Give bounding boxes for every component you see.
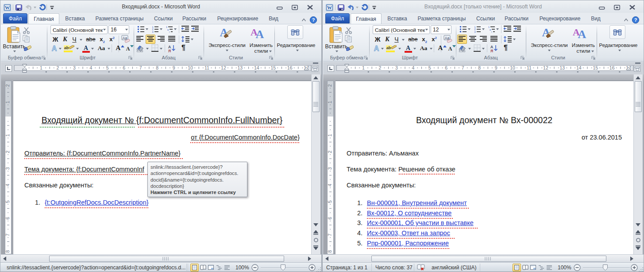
svg-text:6: 6 [123,65,125,70]
svg-text:16: 16 [287,65,293,70]
svg-text:7: 7 [139,65,142,70]
svg-text:2: 2 [5,151,10,153]
svg-text:3: 3 [73,65,76,70]
svg-text:12: 12 [543,65,548,70]
svg-text:A: A [256,28,264,40]
svg-text:8: 8 [327,250,332,253]
svg-text:1: 1 [327,101,332,103]
svg-text:15: 15 [270,65,276,70]
svg-text:A: A [52,45,57,52]
svg-text:8: 8 [156,65,158,70]
svg-text:4: 4 [89,65,92,70]
svg-text:14: 14 [254,65,259,70]
svg-text:Aa: Aa [123,36,127,40]
svg-text:2: 2 [327,84,332,87]
svg-text:i: i [169,31,170,33]
svg-text:1: 1 [5,134,10,136]
svg-text:3: 3 [395,65,398,70]
svg-text:7: 7 [5,233,10,236]
svg-text:6: 6 [445,65,447,70]
svg-text:2: 2 [327,151,332,153]
svg-text:Я: Я [168,49,171,53]
svg-text:7: 7 [462,65,464,70]
svg-text:11: 11 [527,65,532,70]
svg-text:6: 6 [327,217,332,220]
svg-text:ab: ab [64,46,69,50]
svg-text:9: 9 [173,65,175,70]
svg-text:10: 10 [510,65,515,70]
svg-text:5: 5 [5,200,10,203]
svg-text:1: 1 [362,65,365,70]
svg-text:8: 8 [5,250,10,253]
svg-text:16: 16 [609,65,615,70]
svg-text:4: 4 [5,184,10,187]
svg-text:3: 3 [5,167,10,170]
svg-text:9: 9 [495,65,497,70]
svg-text:11: 11 [204,65,209,70]
svg-text:14: 14 [576,65,582,70]
svg-text:13: 13 [560,65,565,70]
svg-text:12: 12 [221,65,226,70]
svg-text:A: A [374,45,379,52]
svg-text:4: 4 [327,184,332,187]
svg-text:Я: Я [490,49,493,53]
svg-text:5: 5 [327,200,332,203]
svg-text:2: 2 [5,84,10,87]
svg-text:1: 1 [327,134,332,136]
svg-text:ab: ab [386,46,391,50]
svg-text:1: 1 [5,101,10,103]
svg-text:5: 5 [106,65,109,70]
svg-text:3: 3 [327,167,332,170]
svg-text:6: 6 [5,217,10,220]
svg-text:7: 7 [327,233,332,236]
svg-text:4: 4 [412,65,414,70]
svg-text:3: 3 [474,31,475,33]
svg-text:i: i [491,31,492,33]
svg-text:3: 3 [152,31,153,33]
svg-text:13: 13 [238,65,243,70]
svg-text:2: 2 [378,65,381,70]
svg-text:1: 1 [40,65,42,70]
svg-text:A: A [578,28,586,40]
svg-text:10: 10 [188,65,193,70]
svg-text:15: 15 [593,65,598,70]
svg-text:Aa: Aa [445,36,450,40]
svg-text:5: 5 [428,65,431,70]
svg-text:2: 2 [56,65,59,70]
svg-text:8: 8 [478,65,481,70]
